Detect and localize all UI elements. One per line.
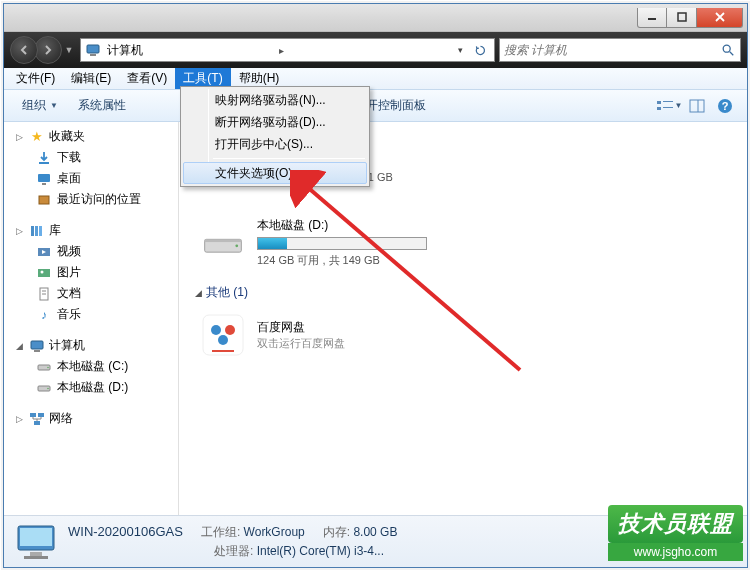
help-button[interactable]: ? — [711, 94, 739, 118]
menu-separator — [213, 158, 365, 159]
sidebar-item-music[interactable]: ♪ 音乐 — [4, 304, 178, 325]
disk-icon — [36, 380, 52, 396]
svg-rect-53 — [24, 556, 48, 559]
sidebar-item-desktop[interactable]: 桌面 — [4, 168, 178, 189]
svg-rect-43 — [205, 239, 242, 242]
drive-icon — [199, 219, 247, 267]
sidebar-item-videos[interactable]: 视频 — [4, 241, 178, 262]
svg-line-5 — [730, 52, 734, 56]
svg-rect-2 — [87, 45, 99, 53]
breadcrumb-separator-icon[interactable]: ▸ — [274, 42, 290, 58]
sidebar-item-recent[interactable]: 最近访问的位置 — [4, 189, 178, 210]
drive-info: 本地磁盘 (D:) 124 GB 可用 , 共 149 GB — [257, 217, 446, 268]
sidebar-item-pictures[interactable]: 图片 — [4, 262, 178, 283]
title-bar — [4, 4, 747, 32]
svg-point-31 — [47, 366, 49, 368]
menu-edit[interactable]: 编辑(E) — [63, 68, 119, 89]
close-button[interactable] — [697, 8, 743, 28]
search-icon[interactable] — [720, 42, 736, 58]
svg-text:?: ? — [722, 100, 729, 112]
svg-rect-36 — [34, 421, 40, 425]
menu-open-sync-center[interactable]: 打开同步中心(S)... — [183, 133, 367, 155]
music-icon: ♪ — [36, 307, 52, 323]
favorites-header[interactable]: ▷ ★ 收藏夹 — [4, 126, 178, 147]
svg-rect-52 — [30, 552, 42, 556]
expand-icon: ◢ — [195, 288, 202, 298]
tools-dropdown-menu: 映射网络驱动器(N)... 断开网络驱动器(D)... 打开同步中心(S)...… — [180, 86, 370, 187]
libraries-header[interactable]: ▷ 库 — [4, 220, 178, 241]
sidebar-item-documents[interactable]: 文档 — [4, 283, 178, 304]
desktop-icon — [36, 171, 52, 187]
video-icon — [36, 244, 52, 260]
collapse-icon: ▷ — [16, 226, 25, 236]
search-input[interactable] — [504, 43, 720, 57]
computer-header[interactable]: ◢ 计算机 — [4, 335, 178, 356]
menu-disconnect-network-drive[interactable]: 断开网络驱动器(D)... — [183, 111, 367, 133]
svg-rect-23 — [38, 269, 50, 277]
svg-point-4 — [723, 45, 730, 52]
other-item-baidu[interactable]: 百度网盘 双击运行百度网盘 — [195, 307, 731, 363]
svg-rect-10 — [690, 100, 704, 112]
network-header[interactable]: ▷ 网络 — [4, 408, 178, 429]
svg-rect-19 — [35, 226, 38, 236]
svg-rect-51 — [20, 528, 52, 546]
svg-rect-28 — [31, 341, 43, 349]
svg-rect-17 — [39, 196, 49, 204]
menu-file[interactable]: 文件(F) — [8, 68, 63, 89]
svg-rect-8 — [657, 107, 661, 110]
computer-icon — [29, 338, 45, 354]
group-other-header[interactable]: ◢ 其他 (1) — [195, 284, 731, 301]
usage-bar — [257, 237, 427, 250]
svg-rect-16 — [42, 183, 46, 185]
search-bar[interactable] — [499, 38, 741, 62]
svg-rect-9 — [663, 107, 673, 108]
history-dropdown[interactable]: ▼ — [62, 40, 76, 60]
sidebar-item-disk-c[interactable]: 本地磁盘 (C:) — [4, 356, 178, 377]
disk-icon — [36, 359, 52, 375]
sidebar-item-disk-d[interactable]: 本地磁盘 (D:) — [4, 377, 178, 398]
drive-d[interactable]: 本地磁盘 (D:) 124 GB 可用 , 共 149 GB — [195, 213, 450, 272]
address-dropdown[interactable]: ▾ — [450, 40, 470, 60]
address-bar[interactable]: 计算机 ▸ ▾ — [80, 38, 495, 62]
document-icon — [36, 286, 52, 302]
body-area: ▷ ★ 收藏夹 下载 桌面 最近访问的位置 — [4, 122, 747, 515]
computer-icon — [85, 42, 101, 58]
recent-icon — [36, 192, 52, 208]
forward-button[interactable] — [34, 36, 62, 64]
svg-rect-15 — [38, 174, 50, 182]
svg-point-44 — [235, 244, 238, 247]
download-icon — [36, 150, 52, 166]
organize-button[interactable]: 组织▼ — [12, 93, 68, 118]
svg-point-48 — [218, 335, 228, 345]
preview-pane-button[interactable] — [683, 94, 711, 118]
favorites-section: ▷ ★ 收藏夹 下载 桌面 最近访问的位置 — [4, 126, 178, 210]
navigation-pane: ▷ ★ 收藏夹 下载 桌面 最近访问的位置 — [4, 122, 179, 515]
menu-view[interactable]: 查看(V) — [119, 68, 175, 89]
back-button[interactable] — [10, 36, 38, 64]
system-properties-button[interactable]: 系统属性 — [68, 93, 136, 118]
refresh-button[interactable] — [470, 40, 490, 60]
libraries-section: ▷ 库 视频 图片 文档 ♪ 音乐 — [4, 220, 178, 325]
command-bar: 组织▼ 系统属性 卸载或更改程序 映射网络驱动器 打开控制面板 ▼ ? — [4, 90, 747, 122]
view-options-button[interactable]: ▼ — [655, 94, 683, 118]
svg-rect-0 — [648, 18, 656, 20]
sidebar-item-downloads[interactable]: 下载 — [4, 147, 178, 168]
network-section: ▷ 网络 — [4, 408, 178, 429]
explorer-window: ▼ 计算机 ▸ ▾ 文件(F) 编辑(E) 查看(V) 工具(T) 帮助(H) — [3, 3, 748, 568]
svg-rect-49 — [212, 350, 234, 352]
baidu-netdisk-icon — [199, 311, 247, 359]
menu-folder-options[interactable]: 文件夹选项(O)... — [183, 162, 367, 184]
collapse-icon: ▷ — [16, 414, 25, 424]
collapse-icon: ▷ — [16, 132, 25, 142]
maximize-button[interactable] — [667, 8, 697, 28]
minimize-button[interactable] — [637, 8, 667, 28]
svg-rect-7 — [663, 101, 673, 102]
svg-point-24 — [41, 270, 44, 273]
menu-map-network-drive[interactable]: 映射网络驱动器(N)... — [183, 89, 367, 111]
computer-large-icon — [14, 522, 58, 562]
navigation-bar: ▼ 计算机 ▸ ▾ — [4, 32, 747, 68]
window-controls — [637, 8, 743, 28]
svg-rect-6 — [657, 101, 661, 104]
svg-rect-34 — [30, 413, 36, 417]
svg-rect-3 — [90, 54, 96, 56]
